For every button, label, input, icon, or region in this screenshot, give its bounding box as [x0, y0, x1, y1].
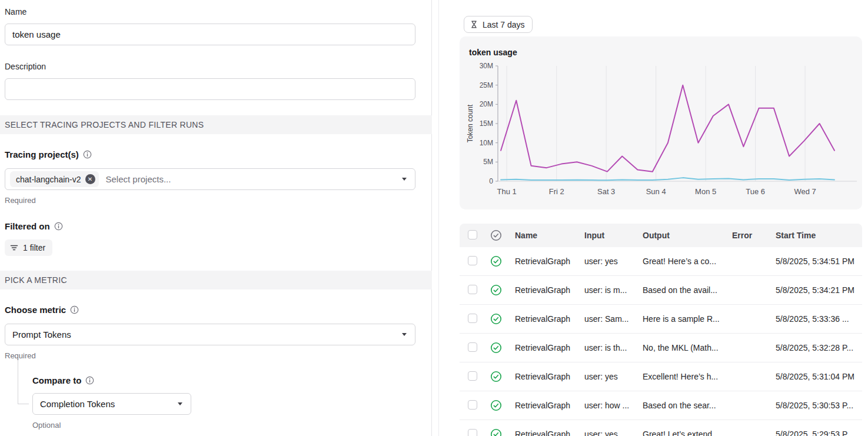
svg-text:10M: 10M [480, 139, 493, 147]
remove-project-icon[interactable]: ✕ [85, 174, 95, 184]
info-icon[interactable] [83, 150, 92, 159]
run-name[interactable]: RetrievalGraph [508, 314, 577, 324]
run-output: Excellent! Here’s h... [636, 372, 725, 381]
run-output: Here is a sample R... [636, 314, 725, 324]
svg-text:Token count: Token count [466, 104, 474, 142]
svg-text:30M: 30M [480, 62, 493, 70]
project-multiselect[interactable]: chat-langchain-v2 ✕ Select projects... [5, 168, 415, 190]
run-start-time: 5/8/2025, 5:34:51 PM [769, 257, 862, 266]
run-start-time: 5/8/2025, 5:30:53 P... [769, 401, 862, 410]
header-output[interactable]: Output [636, 231, 725, 240]
compare-metric-select[interactable]: Completion Tokens [32, 393, 191, 415]
metric-select[interactable]: Prompt Tokens [5, 324, 415, 345]
svg-text:Mon 5: Mon 5 [695, 187, 716, 196]
svg-text:25M: 25M [480, 81, 493, 89]
svg-text:Thu 1: Thu 1 [497, 187, 517, 196]
info-icon[interactable] [70, 305, 79, 314]
run-name[interactable]: RetrievalGraph [508, 343, 577, 352]
header-name[interactable]: Name [508, 231, 577, 240]
header-start-time[interactable]: Start Time [769, 231, 862, 240]
run-name[interactable]: RetrievalGraph [508, 401, 577, 410]
run-name[interactable]: RetrievalGraph [508, 285, 577, 295]
filter-icon [10, 244, 18, 252]
compare-optional-note: Optional [32, 421, 61, 430]
hourglass-icon [470, 20, 478, 29]
table-row[interactable]: RetrievalGraph user: yes Great! Here’s a… [460, 247, 862, 276]
svg-text:0: 0 [489, 177, 493, 185]
success-status-icon [490, 284, 502, 296]
app-window: Name Description SELECT TRACING PROJECTS… [0, 0, 868, 436]
run-start-time: 5/8/2025, 5:32:28 P... [769, 343, 862, 352]
filter-count-button[interactable]: 1 filter [5, 239, 52, 256]
run-output: Based on the sear... [636, 401, 725, 410]
run-output: No, the MKL (Math... [636, 343, 725, 352]
run-name[interactable]: RetrievalGraph [508, 372, 577, 381]
run-start-time: 5/8/2025, 5:34:21 PM [769, 285, 862, 295]
svg-text:Tue 6: Tue 6 [746, 187, 765, 196]
row-checkbox[interactable] [468, 285, 477, 294]
svg-text:Wed 7: Wed 7 [794, 187, 816, 196]
row-checkbox[interactable] [468, 400, 477, 410]
run-input: user: is m... [577, 285, 636, 295]
preview-panel: Last 7 days token usage Thu 1Fri 2Sat 3S… [438, 0, 868, 436]
run-name[interactable]: RetrievalGraph [508, 430, 577, 436]
chart-title: token usage [469, 48, 517, 57]
metric-config-panel: Name Description SELECT TRACING PROJECTS… [0, 0, 432, 436]
name-input[interactable] [5, 24, 415, 45]
run-input: user: how ... [577, 401, 636, 410]
success-status-icon [490, 342, 502, 354]
section-select-projects: SELECT TRACING PROJECTS AND FILTER RUNS [0, 115, 432, 134]
token-usage-chart: Thu 1Fri 2Sat 3Sun 4Mon 5Tue 6Wed 705M10… [464, 60, 860, 201]
info-icon[interactable] [85, 376, 94, 385]
svg-text:Sun 4: Sun 4 [646, 187, 666, 196]
compare-to-label: Compare to [32, 375, 94, 385]
row-checkbox[interactable] [468, 371, 477, 381]
row-checkbox[interactable] [468, 314, 477, 323]
row-checkbox[interactable] [468, 342, 477, 352]
table-row[interactable]: RetrievalGraph user: is m... Based on th… [460, 276, 862, 305]
svg-text:5M: 5M [483, 158, 493, 166]
success-status-icon [490, 400, 502, 411]
table-row[interactable]: RetrievalGraph user: yes Great! Let’s ex… [460, 420, 862, 436]
table-row[interactable]: RetrievalGraph user: how ... Based on th… [460, 391, 862, 420]
svg-text:20M: 20M [480, 100, 493, 108]
success-status-icon [490, 428, 502, 436]
info-icon[interactable] [54, 222, 63, 231]
name-label: Name [5, 7, 26, 16]
svg-text:Fri 2: Fri 2 [549, 187, 564, 196]
metric-required-note: Required [5, 351, 36, 360]
header-error[interactable]: Error [725, 231, 769, 240]
run-input: user: yes [577, 372, 636, 381]
table-row[interactable]: RetrievalGraph user: is th... No, the MK… [460, 334, 862, 362]
success-status-icon [490, 313, 502, 325]
projects-required-note: Required [5, 196, 36, 205]
run-input: user: Sam... [577, 314, 636, 324]
project-chip: chat-langchain-v2 ✕ [10, 171, 99, 187]
table-row[interactable]: RetrievalGraph user: yes Excellent! Here… [460, 362, 862, 391]
run-input: user: yes [577, 257, 636, 266]
chevron-down-icon [402, 333, 407, 336]
run-output: Great! Here’s a co... [636, 257, 725, 266]
time-range-button[interactable]: Last 7 days [464, 16, 533, 33]
status-column-icon [490, 229, 502, 241]
select-all-checkbox[interactable] [468, 230, 477, 239]
row-checkbox[interactable] [468, 256, 477, 265]
success-status-icon [490, 255, 502, 267]
run-name[interactable]: RetrievalGraph [508, 257, 577, 266]
chevron-down-icon [178, 402, 182, 405]
compare-connector-line [18, 360, 29, 404]
run-output: Great! Let’s extend... [636, 430, 725, 436]
description-input[interactable] [5, 78, 415, 100]
run-input: user: yes [577, 430, 636, 436]
table-row[interactable]: RetrievalGraph user: Sam... Here is a sa… [460, 305, 862, 334]
run-start-time: 5/8/2025, 5:33:36 ... [769, 314, 862, 324]
tracing-projects-label: Tracing project(s) [5, 149, 92, 159]
svg-text:Sat 3: Sat 3 [597, 187, 615, 196]
header-input[interactable]: Input [577, 231, 636, 240]
row-checkbox[interactable] [468, 429, 477, 436]
token-usage-chart-card: token usage Thu 1Fri 2Sat 3Sun 4Mon 5Tue… [460, 36, 862, 209]
description-label: Description [5, 62, 46, 71]
filtered-on-label: Filtered on [5, 221, 63, 231]
choose-metric-label: Choose metric [5, 305, 79, 315]
chevron-down-icon [402, 178, 407, 181]
